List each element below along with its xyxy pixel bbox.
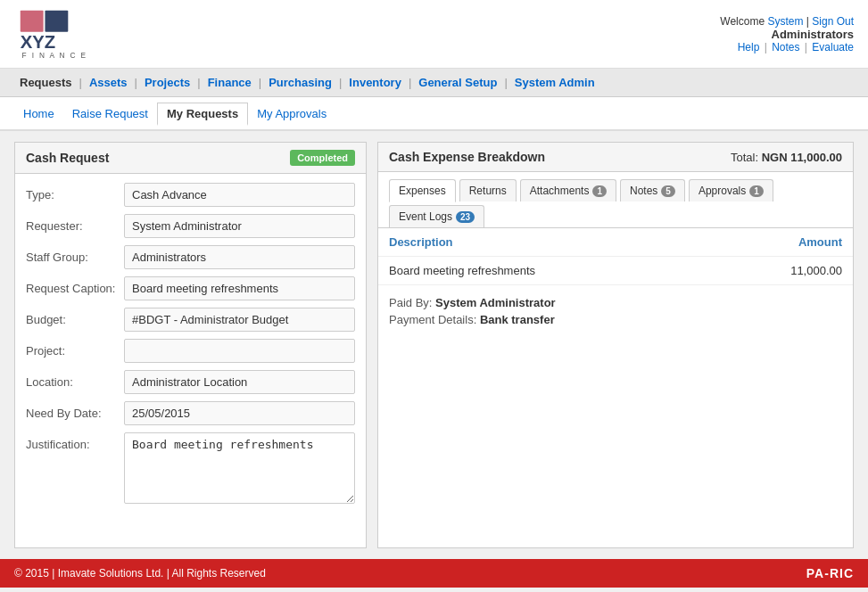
type-label: Type: xyxy=(26,183,124,201)
subnav-my-approvals[interactable]: My Approvals xyxy=(248,103,335,124)
total-text: Total: xyxy=(731,151,758,164)
footer-brand: PA-RIC xyxy=(806,566,854,580)
welcome-line: Welcome System | Sign Out xyxy=(720,15,854,28)
request-caption-input[interactable] xyxy=(124,276,355,300)
location-input[interactable] xyxy=(124,370,355,394)
svg-text:XYZ: XYZ xyxy=(21,32,55,52)
notes-link[interactable]: Notes xyxy=(772,41,799,53)
event-logs-badge: 23 xyxy=(456,211,475,223)
nav-projects[interactable]: Projects xyxy=(139,74,195,91)
need-by-date-field xyxy=(124,401,355,425)
staff-group-row: Staff Group: xyxy=(26,245,355,269)
nav-finance[interactable]: Finance xyxy=(203,74,257,91)
requester-field xyxy=(124,214,355,238)
sign-out-link[interactable]: Sign Out xyxy=(812,15,854,28)
nav-inventory[interactable]: Inventory xyxy=(343,74,407,91)
budget-label: Budget: xyxy=(26,308,124,326)
type-field xyxy=(124,183,355,207)
total-currency: NGN xyxy=(762,151,788,164)
approvals-badge: 1 xyxy=(749,185,764,197)
subnav-my-requests[interactable]: My Requests xyxy=(157,103,248,126)
utility-links: Help | Notes | Evaluate xyxy=(720,41,854,53)
payment-details-value: Bank transfer xyxy=(480,313,555,326)
type-input[interactable] xyxy=(124,183,355,207)
sep1: | xyxy=(806,15,809,28)
total-display: Total: NGN 11,000.00 xyxy=(731,151,842,164)
nav-assets[interactable]: Assets xyxy=(84,74,133,91)
table-header-row: Description Amount xyxy=(378,228,853,257)
nav-requests[interactable]: Requests xyxy=(14,74,78,91)
payment-details-label: Payment Details: xyxy=(389,313,476,326)
description-cell: Board meeting refreshments xyxy=(378,257,709,285)
footer-copyright: © 2015 | Imavate Solutions Ltd. | All Ri… xyxy=(14,567,266,580)
need-by-date-row: Need By Date: xyxy=(26,401,355,425)
paid-by-label: Paid By: xyxy=(389,296,432,309)
svg-text:F I N A N C E: F I N A N C E xyxy=(22,51,86,60)
description-header: Description xyxy=(378,228,709,257)
main-content: Cash Request Completed Type: Requester: … xyxy=(0,131,868,559)
total-amount: 11,000.00 xyxy=(790,151,842,164)
nav-system-admin[interactable]: System Admin xyxy=(509,74,600,91)
panel-title: Cash Request xyxy=(26,151,109,165)
paid-info: Paid By: System Administrator Payment De… xyxy=(378,285,853,341)
location-field xyxy=(124,370,355,394)
table-row: Board meeting refreshments 11,000.00 xyxy=(378,257,853,285)
tab-expenses[interactable]: Expenses xyxy=(389,179,456,202)
status-badge: Completed xyxy=(290,150,355,166)
amount-header: Amount xyxy=(709,228,853,257)
user-link[interactable]: System xyxy=(767,15,803,28)
attachments-badge: 1 xyxy=(592,185,607,197)
budget-field xyxy=(124,308,355,332)
project-input[interactable] xyxy=(124,339,355,363)
justification-row: Justification: Board meeting refreshment… xyxy=(26,432,355,506)
tab-event-logs[interactable]: Event Logs 23 xyxy=(389,205,484,227)
sub-nav: Home Raise Request My Requests My Approv… xyxy=(0,97,868,131)
subnav-raise-request[interactable]: Raise Request xyxy=(63,103,157,124)
requester-input[interactable] xyxy=(124,214,355,238)
svg-rect-0 xyxy=(21,11,44,32)
project-field xyxy=(124,339,355,363)
tab-returns[interactable]: Returns xyxy=(459,179,517,201)
expense-table-container: Description Amount Board meeting refresh… xyxy=(378,228,853,285)
request-caption-label: Request Caption: xyxy=(26,276,124,295)
location-label: Location: xyxy=(26,370,124,389)
budget-input[interactable] xyxy=(124,308,355,332)
right-panel-title: Cash Expense Breakdown xyxy=(389,150,545,164)
footer: © 2015 | Imavate Solutions Ltd. | All Ri… xyxy=(0,559,868,588)
paid-by-value: System Administrator xyxy=(435,296,556,309)
need-by-date-label: Need By Date: xyxy=(26,401,124,420)
nav-general-setup[interactable]: General Setup xyxy=(413,74,502,91)
nav-purchasing[interactable]: Purchasing xyxy=(263,74,337,91)
welcome-text: Welcome xyxy=(720,15,765,28)
nav-bar: Requests | Assets | Projects | Finance |… xyxy=(0,69,868,97)
tab-approvals[interactable]: Approvals 1 xyxy=(689,179,773,201)
subnav-home[interactable]: Home xyxy=(14,103,63,124)
need-by-date-input[interactable] xyxy=(124,401,355,425)
expense-breakdown-panel: Cash Expense Breakdown Total: NGN 11,000… xyxy=(377,142,854,548)
tab-notes-label: Notes xyxy=(630,185,657,197)
payment-details-line: Payment Details: Bank transfer xyxy=(389,313,842,326)
location-row: Location: xyxy=(26,370,355,394)
evaluate-link[interactable]: Evaluate xyxy=(812,41,854,53)
justification-textarea[interactable]: Board meeting refreshments xyxy=(124,432,355,504)
logo-area: XYZ F I N A N C E xyxy=(14,7,93,61)
paid-by-line: Paid By: System Administrator xyxy=(389,296,842,309)
staff-group-field xyxy=(124,245,355,269)
help-link[interactable]: Help xyxy=(738,41,760,53)
form-body: Type: Requester: Staff Group: Request Ca… xyxy=(15,174,366,522)
tab-approvals-label: Approvals xyxy=(699,185,746,197)
requester-label: Requester: xyxy=(26,214,124,233)
logo: XYZ F I N A N C E xyxy=(14,7,86,61)
budget-row: Budget: xyxy=(26,308,355,332)
expense-tabs: Expenses Returns Attachments 1 Notes 5 A… xyxy=(378,172,853,228)
requester-row: Requester: xyxy=(26,214,355,238)
tab-notes[interactable]: Notes 5 xyxy=(620,179,685,201)
expense-table: Description Amount Board meeting refresh… xyxy=(378,228,853,285)
tab-attachments[interactable]: Attachments 1 xyxy=(520,179,616,201)
admin-label: Administrators xyxy=(720,28,854,41)
tab-event-logs-label: Event Logs xyxy=(399,210,452,223)
tab-returns-label: Returns xyxy=(469,185,507,197)
staff-group-input[interactable] xyxy=(124,245,355,269)
request-caption-field xyxy=(124,276,355,300)
cash-request-panel: Cash Request Completed Type: Requester: … xyxy=(14,142,367,548)
